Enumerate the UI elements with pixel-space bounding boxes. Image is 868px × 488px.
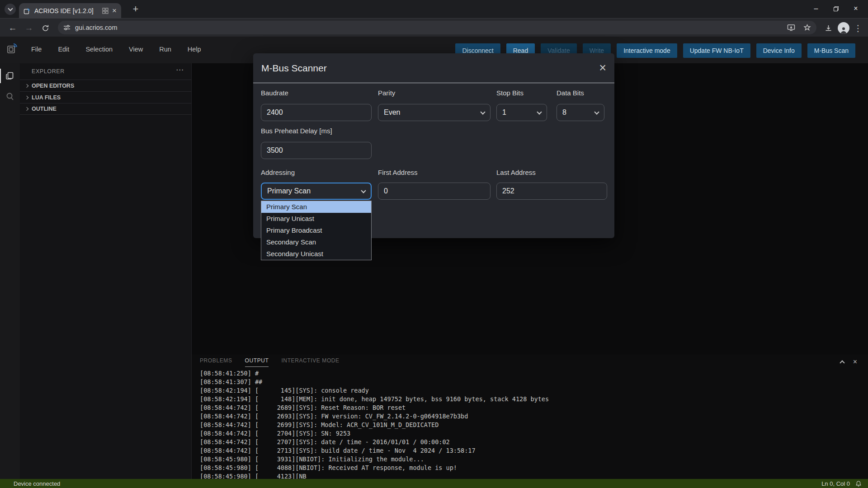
panel-tab-problems[interactable]: PROBLEMS	[200, 357, 232, 367]
new-tab-button[interactable]: +	[129, 3, 142, 15]
output-log-text: [08:58:41:250] # [08:58:41:307] ## [08:5…	[200, 369, 866, 479]
addressing-dropdown: Primary ScanPrimary UnicastPrimary Broad…	[261, 201, 372, 260]
minimize-button[interactable]: –	[809, 2, 823, 15]
preheat-label: Bus Preheat Delay [ms]	[261, 127, 332, 135]
addressing-select[interactable]: Primary Scan	[261, 183, 372, 200]
status-bar: Device connected Ln 0, Col 0	[0, 479, 868, 488]
back-button[interactable]: ←	[6, 22, 19, 34]
connection-status: Device connected	[14, 480, 60, 487]
search-icon	[5, 92, 15, 102]
first-address-input[interactable]	[378, 183, 491, 200]
url-text[interactable]: gui.acrios.com	[75, 24, 117, 31]
menu-run[interactable]: Run	[153, 44, 177, 55]
data-bits-select[interactable]: 8	[557, 104, 604, 121]
activity-search-button[interactable]	[0, 88, 20, 106]
dropdown-option-secondary-scan[interactable]: Secondary Scan	[261, 236, 371, 248]
addressing-value: Primary Scan	[267, 187, 311, 195]
window-close-button[interactable]: ×	[849, 2, 863, 15]
dropdown-option-primary-unicast[interactable]: Primary Unicast	[261, 213, 371, 225]
browser-toolbar: ← → gui.acrios.com	[0, 18, 868, 37]
screen: ACRIOS IDE [v1.2.0] × + – × ← → gui.acri…	[0, 0, 868, 488]
tab-search-button[interactable]	[5, 4, 16, 15]
menu-help[interactable]: Help	[182, 44, 207, 55]
section-label: OUTLINE	[32, 106, 57, 112]
tab-close-button[interactable]: ×	[112, 7, 117, 14]
bookmark-star-icon[interactable]	[803, 24, 811, 32]
activity-bar	[0, 63, 20, 479]
address-bar[interactable]: gui.acrios.com	[58, 21, 816, 34]
modal-title: M-Bus Scanner	[261, 63, 327, 74]
panel-close-icon[interactable]: ×	[853, 358, 857, 366]
chevron-right-icon	[25, 107, 28, 111]
chevron-down-icon	[361, 188, 366, 193]
section-label: LUA FILES	[32, 94, 61, 101]
bell-icon[interactable]	[855, 480, 862, 487]
restore-icon	[834, 6, 839, 11]
last-address-label: Last Address	[496, 169, 536, 176]
panel-tabs: PROBLEMSOUTPUTINTERACTIVE MODE	[200, 357, 340, 367]
chevron-down-icon	[480, 109, 485, 114]
browser-tabstrip: ACRIOS IDE [v1.2.0] × + – ×	[0, 0, 868, 18]
site-info-icon[interactable]	[63, 24, 71, 31]
panel-maximize-icon[interactable]	[840, 360, 844, 365]
install-app-icon[interactable]	[787, 24, 795, 31]
activity-files-button[interactable]	[0, 67, 20, 85]
section-open-editors[interactable]: OPEN EDITORS	[20, 80, 191, 91]
chevron-down-icon	[594, 109, 599, 114]
modal-header: M-Bus Scanner ×	[253, 53, 614, 83]
browser-menu-kebab[interactable]: ⋮	[852, 22, 864, 34]
output-log[interactable]: [08:58:41:250] # [08:58:41:307] ## [08:5…	[200, 369, 866, 479]
menubar-items: FileEditSelectionViewRunHelp	[25, 44, 207, 55]
chevron-down-icon	[8, 6, 13, 11]
app-logo-icon	[6, 42, 18, 54]
explorer-sidebar: EXPLORER ⋯ OPEN EDITORSLUA FILESOUTLINE	[20, 63, 191, 479]
cursor-position[interactable]: Ln 0, Col 0	[821, 480, 850, 487]
menu-view[interactable]: View	[123, 44, 149, 55]
baudrate-input[interactable]	[261, 104, 372, 121]
first-address-label: First Address	[378, 169, 418, 176]
files-icon	[5, 71, 15, 81]
panel-controls: ×	[840, 358, 857, 366]
chevron-right-icon	[25, 84, 28, 87]
bottom-panel: PROBLEMSOUTPUTINTERACTIVE MODE × [08:58:…	[191, 354, 868, 479]
reload-button[interactable]	[39, 22, 52, 34]
menu-file[interactable]: File	[25, 44, 47, 55]
parity-label: Parity	[378, 89, 395, 97]
m-bus-scan-button[interactable]: M-Bus Scan	[807, 43, 855, 58]
forward-button[interactable]: →	[23, 22, 35, 34]
menu-edit[interactable]: Edit	[52, 44, 75, 55]
interactive-mode-button[interactable]: Interactive mode	[617, 43, 677, 58]
chevron-right-icon	[25, 95, 28, 99]
parity-select[interactable]: Even	[378, 104, 491, 121]
update-fw-nb-iot-button[interactable]: Update FW NB-IoT	[683, 43, 750, 58]
last-address-input[interactable]	[496, 183, 607, 200]
profile-avatar[interactable]	[837, 22, 850, 34]
modal-close-button[interactable]: ×	[599, 62, 606, 74]
preheat-input[interactable]	[261, 142, 372, 159]
menu-selection[interactable]: Selection	[80, 44, 118, 55]
parity-value: Even	[384, 108, 400, 117]
chevron-down-icon	[537, 109, 542, 114]
downloads-icon[interactable]	[822, 22, 835, 34]
restore-button[interactable]	[829, 2, 843, 15]
stop-bits-label: Stop Bits	[496, 89, 524, 97]
section-outline[interactable]: OUTLINE	[20, 103, 191, 115]
tab-grid-icon[interactable]	[102, 8, 108, 14]
explorer-header: EXPLORER ⋯	[20, 63, 191, 80]
stop-bits-select[interactable]: 1	[496, 104, 547, 121]
dropdown-option-primary-scan[interactable]: Primary Scan	[261, 201, 371, 213]
explorer-title: EXPLORER	[32, 68, 65, 75]
dropdown-option-primary-broadcast[interactable]: Primary Broadcast	[261, 225, 371, 236]
dropdown-option-secondary-unicast[interactable]: Secondary Unicast	[261, 248, 371, 260]
active-indicator	[0, 69, 1, 83]
favicon-icon	[24, 7, 31, 14]
addressing-label: Addressing	[261, 169, 295, 176]
explorer-sections: OPEN EDITORSLUA FILESOUTLINE	[20, 80, 191, 115]
device-info-button[interactable]: Device Info	[756, 43, 802, 58]
panel-tab-interactive-mode[interactable]: INTERACTIVE MODE	[281, 357, 339, 367]
data-bits-label: Data Bits	[557, 89, 584, 97]
panel-tab-output[interactable]: OUTPUT	[245, 357, 269, 367]
section-lua-files[interactable]: LUA FILES	[20, 91, 191, 103]
browser-tab[interactable]: ACRIOS IDE [v1.2.0] ×	[19, 3, 121, 18]
explorer-actions-button[interactable]: ⋯	[176, 65, 184, 75]
